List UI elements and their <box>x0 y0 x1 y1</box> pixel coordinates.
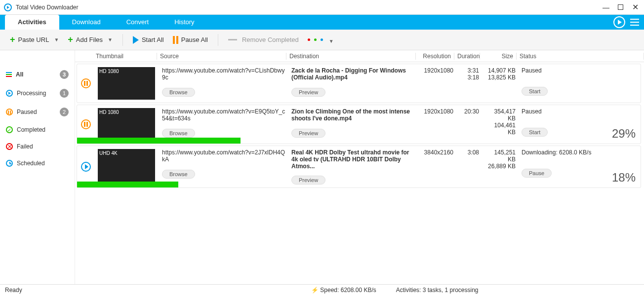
preview-button[interactable]: Preview <box>291 88 325 97</box>
duration: 3:08 <box>456 146 482 187</box>
chevron-down-icon[interactable]: ▼ <box>54 37 59 42</box>
col-resolution[interactable]: Resolution <box>416 53 454 60</box>
clock-icon <box>6 160 13 167</box>
chevron-down-icon: ▼ <box>329 38 331 41</box>
col-duration[interactable]: Duration <box>454 53 480 60</box>
status-text: Paused <box>522 67 638 74</box>
status-text: Paused <box>522 108 638 115</box>
column-header: Thumbnail Source Destination Resolution … <box>75 50 644 62</box>
resolution: 3840x2160 <box>418 146 456 187</box>
filename: Real 4K HDR Dolby Test ultrahd movie for… <box>291 149 415 170</box>
paused-icon <box>81 78 91 88</box>
completed-icon: ✓ <box>6 126 13 133</box>
options-button[interactable]: ▼ <box>305 37 335 43</box>
pause-icon <box>173 36 178 44</box>
app-icon <box>4 3 12 11</box>
minimize-button[interactable]: — <box>603 4 609 10</box>
badge: 2 <box>60 108 69 116</box>
sidebar-item-label: Scheduled <box>17 160 69 167</box>
status-text: Downloading: 6208.0 KB/s <box>522 149 638 156</box>
titlebar: Total Video Downloader — ✕ <box>0 0 644 15</box>
add-files-label: Add Files <box>76 36 103 43</box>
size: 145,251 KB26,889 KB <box>482 146 519 187</box>
chevron-down-icon[interactable]: ▼ <box>108 37 113 42</box>
play-icon <box>81 162 91 172</box>
thumbnail: HD 1080 <box>98 108 155 141</box>
statusbar: Ready ⚡ Speed: 6208.00 KB/s Activities: … <box>0 284 644 295</box>
table-row[interactable]: UHD 4Khttps://www.youtube.com/watch?v=2J… <box>77 146 641 188</box>
resolution: 1920x1080 <box>418 105 456 144</box>
add-files-button[interactable]: + Add Files ▼ <box>65 33 116 47</box>
remove-completed-label: Remove Completed <box>242 36 299 43</box>
status-activities: Activities: 3 tasks, 1 processing <box>396 287 479 294</box>
start-button[interactable]: Start <box>522 128 548 137</box>
tabbar: Activities Download Convert History <box>0 15 644 30</box>
progress-bar <box>77 182 178 187</box>
paste-url-button[interactable]: + Paste URL ▼ <box>7 33 62 47</box>
processing-icon <box>6 90 13 97</box>
sidebar-item-processing[interactable]: Processing 1 <box>0 84 75 103</box>
col-thumbnail[interactable]: Thumbnail <box>93 53 157 60</box>
all-icon <box>6 72 12 77</box>
col-size[interactable]: Size <box>480 53 517 60</box>
sidebar-item-scheduled[interactable]: Scheduled <box>0 155 75 172</box>
play-icon[interactable] <box>613 16 625 28</box>
toolbar: + Paste URL ▼ + Add Files ▼ Start All Pa… <box>0 30 644 50</box>
sidebar-item-label: All <box>16 71 56 78</box>
failed-icon: ✕ <box>6 143 13 150</box>
sidebar-item-label: Completed <box>17 126 69 133</box>
browse-button[interactable]: Browse <box>162 170 195 179</box>
badge: 3 <box>60 70 69 79</box>
start-all-label: Start All <box>142 36 164 43</box>
source-url: https://www.youtube.com/watch?v=CLishDbw… <box>162 67 285 82</box>
thumbnail: HD 1080 <box>98 67 155 100</box>
paused-icon <box>6 109 13 115</box>
table-row[interactable]: HD 1080https://www.youtube.com/watch?v=E… <box>77 105 641 144</box>
sidebar-item-all[interactable]: All 3 <box>0 65 75 84</box>
filename: Zion Ice Climbing One of the most intens… <box>291 108 415 123</box>
pause-button[interactable]: Pause <box>522 169 552 178</box>
percent: 29% <box>612 127 636 141</box>
close-button[interactable]: ✕ <box>632 4 638 10</box>
maximize-button[interactable] <box>618 4 623 10</box>
progress-bar <box>77 138 241 144</box>
table-row[interactable]: HD 1080https://www.youtube.com/watch?v=C… <box>77 64 641 103</box>
tab-download[interactable]: Download <box>59 15 114 30</box>
sidebar-item-label: Paused <box>17 109 56 115</box>
remove-completed-button[interactable]: Remove Completed <box>225 34 302 45</box>
tab-history[interactable]: History <box>161 15 207 30</box>
status-speed: ⚡ Speed: 6208.00 KB/s <box>311 287 376 294</box>
col-source[interactable]: Source <box>157 53 286 60</box>
paste-url-label: Paste URL <box>18 36 49 43</box>
thumbnail: UHD 4K <box>98 149 155 182</box>
preview-button[interactable]: Preview <box>291 176 325 184</box>
pause-all-label: Pause All <box>181 36 208 43</box>
tab-activities[interactable]: Activities <box>5 15 59 30</box>
browse-button[interactable]: Browse <box>162 88 195 97</box>
sidebar-item-failed[interactable]: ✕ Failed <box>0 138 75 155</box>
col-status[interactable]: Status <box>517 53 644 60</box>
play-icon <box>133 36 139 44</box>
start-all-button[interactable]: Start All <box>130 34 167 46</box>
browse-button[interactable]: Browse <box>162 129 195 138</box>
start-button[interactable]: Start <box>522 87 548 96</box>
badge: 1 <box>60 89 69 98</box>
duration: 3:313:18 <box>456 64 482 103</box>
tab-convert[interactable]: Convert <box>114 15 162 30</box>
resolution: 1920x1080 <box>418 64 456 103</box>
duration: 20:30 <box>456 105 482 144</box>
source-url: https://www.youtube.com/watch?v=E9Q5toY_… <box>162 108 285 123</box>
status-ready: Ready <box>5 287 291 294</box>
app-title: Total Video Downloader <box>16 4 603 11</box>
sidebar-item-paused[interactable]: Paused 2 <box>0 103 75 121</box>
pause-all-button[interactable]: Pause All <box>170 34 211 46</box>
col-destination[interactable]: Destination <box>286 53 416 60</box>
menu-icon[interactable] <box>630 16 639 28</box>
content: Thumbnail Source Destination Resolution … <box>75 50 644 284</box>
sidebar-item-completed[interactable]: ✓ Completed <box>0 121 75 138</box>
filename: Zack de la Rocha - Digging For Windows (… <box>291 67 415 82</box>
sidebar-item-label: Processing <box>17 90 56 97</box>
preview-button[interactable]: Preview <box>291 129 325 138</box>
minus-icon <box>228 39 237 40</box>
plus-icon: + <box>10 35 15 45</box>
